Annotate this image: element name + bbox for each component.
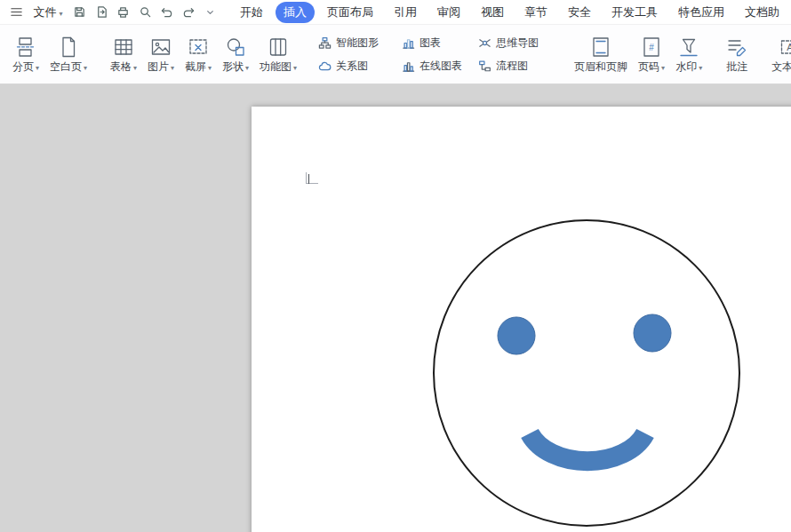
toolbar-more-caret-icon[interactable] — [200, 3, 222, 22]
screenshot-icon — [187, 36, 210, 59]
button-label: 关系图 — [336, 59, 368, 74]
button-label: 图片 — [148, 60, 169, 73]
tab-special-features[interactable]: 特色应用 — [670, 2, 732, 23]
file-menu-label: 文件 — [34, 4, 57, 20]
button-label: 空白页 — [50, 60, 82, 73]
chart-icon — [402, 36, 415, 50]
function-diagram-icon — [267, 36, 290, 59]
relationship-diagram-icon — [318, 60, 332, 73]
dropdown-caret-icon — [36, 60, 39, 73]
chevron-down-icon — [60, 5, 63, 19]
online-chart-icon — [402, 60, 415, 73]
tab-doc-assistant[interactable]: 文档助 — [737, 2, 787, 23]
smiley-face-drawing — [252, 107, 791, 532]
shapes-button[interactable]: 形状 — [217, 31, 254, 76]
mind-map-icon — [478, 36, 491, 50]
button-label: 文本框 — [771, 60, 791, 73]
button-label: 批注 — [726, 60, 747, 73]
page-break-icon — [14, 36, 37, 59]
ribbon-group-pages: 分页 空白页 — [4, 25, 96, 83]
menu-bar: 文件 开始 插入 页面布局 引用 审阅 视图 — [0, 0, 791, 25]
document-page[interactable] — [252, 107, 791, 532]
print-button[interactable] — [113, 3, 135, 22]
button-label: 水印 — [675, 60, 697, 73]
button-label: 表格 — [110, 60, 132, 73]
button-label: 思维导图 — [496, 36, 539, 51]
page-number-icon: # — [640, 36, 663, 59]
flowchart-button[interactable]: 流程图 — [475, 57, 556, 75]
blank-page-button[interactable]: 空白页 — [44, 31, 92, 76]
page-number-button[interactable]: # 页码 — [633, 31, 670, 76]
tab-developer[interactable]: 开发工具 — [603, 2, 666, 23]
header-footer-icon — [589, 36, 612, 59]
text-box-button[interactable]: A 文本框 — [766, 31, 791, 76]
table-icon — [112, 36, 135, 59]
smart-graphics-button[interactable]: 智能图形 — [315, 34, 396, 52]
wps-writer-window: 文件 开始 插入 页面布局 引用 审阅 视图 — [0, 0, 791, 532]
button-label: 图表 — [419, 36, 441, 51]
button-label: 智能图形 — [336, 36, 379, 51]
redo-button[interactable] — [178, 3, 200, 22]
left-eye-shape[interactable] — [498, 317, 535, 354]
screenshot-button[interactable]: 截屏 — [180, 31, 217, 76]
insert-ribbon: 分页 空白页 表格 图片 — [0, 25, 791, 84]
dropdown-caret-icon — [245, 60, 249, 73]
dropdown-caret-icon — [171, 60, 174, 73]
tab-references[interactable]: 引用 — [386, 2, 425, 23]
print-preview-button[interactable] — [134, 3, 156, 22]
dropdown-caret-icon — [133, 60, 137, 73]
ribbon-group-page-elements: 页眉和页脚 # 页码 水印 — [565, 25, 711, 83]
dropdown-caret-icon — [84, 60, 87, 73]
tab-review[interactable]: 审阅 — [429, 2, 468, 23]
button-label: 在线图表 — [419, 59, 462, 74]
svg-text:#: # — [649, 43, 654, 52]
dropdown-caret-icon — [293, 60, 297, 73]
smart-graphics-icon — [318, 36, 332, 50]
picture-button[interactable]: 图片 — [142, 31, 180, 76]
chart-button[interactable]: 图表 — [398, 34, 473, 52]
export-button[interactable] — [91, 3, 113, 22]
picture-icon — [149, 36, 172, 59]
button-label: 页码 — [638, 60, 659, 73]
undo-button[interactable] — [156, 3, 179, 22]
tab-section[interactable]: 章节 — [516, 2, 555, 23]
comment-button[interactable]: 批注 — [720, 31, 754, 76]
svg-text:A: A — [787, 42, 791, 52]
tab-insert[interactable]: 插入 — [276, 2, 315, 23]
ribbon-group-text: A 文本框 A 艺 — [763, 25, 791, 83]
tab-view[interactable]: 视图 — [473, 2, 512, 23]
watermark-button[interactable]: 水印 — [670, 31, 707, 76]
tab-page-layout[interactable]: 页面布局 — [319, 2, 381, 23]
document-canvas — [0, 84, 791, 532]
table-button[interactable]: 表格 — [105, 31, 142, 76]
ribbon-group-comment: 批注 — [716, 25, 757, 83]
button-label: 功能图 — [260, 60, 292, 73]
button-label: 页眉和页脚 — [574, 60, 627, 73]
ribbon-tabs: 开始 插入 页面布局 引用 审阅 视图 章节 安全 开发工具 特色应用 文档助 — [232, 2, 787, 23]
face-circle-shape[interactable] — [434, 220, 739, 526]
flowchart-icon — [478, 60, 491, 73]
ribbon-group-diagrams: 智能图形 图表 思维导图 关系图 — [311, 25, 560, 83]
button-label: 分页 — [12, 60, 34, 73]
relationship-diagram-button[interactable]: 关系图 — [315, 57, 396, 75]
blank-page-icon — [57, 36, 80, 59]
online-chart-button[interactable]: 在线图表 — [398, 57, 473, 75]
shapes-icon — [224, 36, 247, 59]
dropdown-caret-icon — [661, 60, 665, 73]
page-break-button[interactable]: 分页 — [7, 31, 44, 76]
right-eye-shape[interactable] — [634, 314, 671, 352]
watermark-icon — [677, 36, 700, 59]
comment-icon — [725, 36, 748, 59]
text-box-icon: A — [779, 36, 791, 59]
tab-home[interactable]: 开始 — [232, 2, 271, 23]
hamburger-menu-icon[interactable] — [5, 3, 28, 22]
save-button[interactable] — [69, 3, 92, 22]
tab-security[interactable]: 安全 — [560, 2, 599, 23]
function-diagram-button[interactable]: 功能图 — [254, 31, 302, 76]
mind-map-button[interactable]: 思维导图 — [475, 34, 556, 52]
dropdown-caret-icon — [208, 60, 212, 73]
dropdown-caret-icon — [699, 60, 702, 73]
header-footer-button[interactable]: 页眉和页脚 — [569, 31, 633, 76]
button-label: 流程图 — [496, 59, 528, 74]
file-menu-button[interactable]: 文件 — [28, 2, 69, 23]
